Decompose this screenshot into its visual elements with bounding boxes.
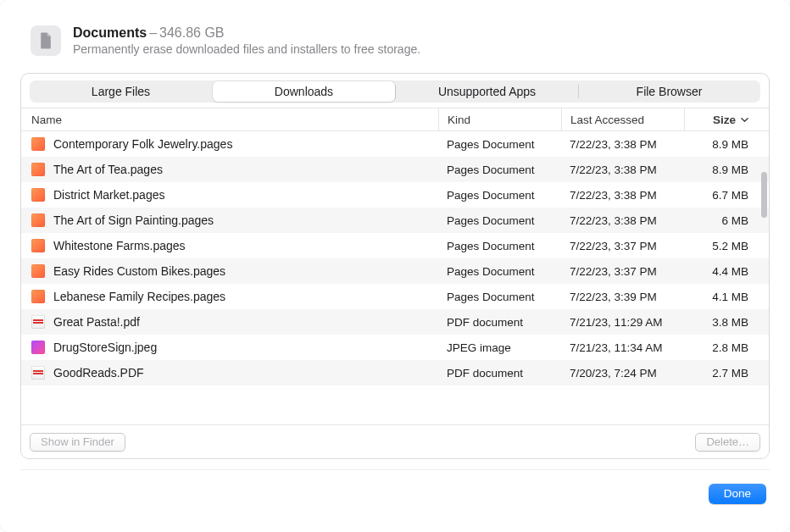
cell-size: 4.4 MB [684,265,769,278]
file-name: GoodReads.PDF [53,366,144,380]
delete-button[interactable]: Delete… [695,433,760,452]
cell-kind: Pages Document [438,240,561,252]
file-icon [31,163,45,176]
cell-size: 8.9 MB [684,163,769,176]
tab-label: Unsupported Apps [438,85,536,98]
column-header-name[interactable]: Name [21,108,438,130]
scrollbar-thumb[interactable] [761,172,767,218]
segmented-control: Large Files Downloads Unsupported Apps F… [30,80,760,103]
file-icon [31,213,45,227]
table-row[interactable]: Whitestone Farms.pagesPages Document7/22… [21,233,769,258]
file-name: Great Pasta!.pdf [53,315,140,329]
content-panel: Large Files Downloads Unsupported Apps F… [20,73,770,459]
cell-last-accessed: 7/22/23, 3:37 PM [561,240,684,252]
cell-size: 2.7 MB [684,367,769,380]
cell-last-accessed: 7/21/23, 11:29 AM [561,316,684,329]
file-name: DrugStoreSign.jpeg [53,341,157,354]
file-icon [31,315,45,329]
file-name: The Art of Tea.pages [53,163,163,176]
column-header-kind[interactable]: Kind [438,108,561,130]
table-row[interactable]: Easy Rides Custom Bikes.pagesPages Docum… [21,258,769,284]
cell-name: The Art of Tea.pages [21,163,438,176]
file-name: Lebanese Family Recipes.pages [53,290,225,303]
cell-name: Great Pasta!.pdf [21,315,438,329]
tab-large-files[interactable]: Large Files [30,80,212,103]
file-icon [31,290,45,303]
cell-kind: Pages Document [438,214,561,227]
cell-kind: Pages Document [438,265,561,278]
tab-label: Downloads [275,85,333,98]
cell-last-accessed: 7/20/23, 7:24 PM [561,367,684,380]
panel-footer: Show in Finder Delete… [21,424,769,458]
tab-downloads[interactable]: Downloads [213,81,395,102]
file-icon [31,264,45,278]
button-label: Show in Finder [41,435,114,448]
page-subtitle: Permanently erase downloaded files and i… [73,42,420,56]
cell-size: 6 MB [684,214,769,227]
table-row[interactable]: DrugStoreSign.jpegJPEG image7/21/23, 11:… [21,335,769,360]
cell-size: 6.7 MB [684,189,769,202]
tab-unsupported-apps[interactable]: Unsupported Apps [396,80,578,103]
table-row[interactable]: The Art of Sign Painting.pagesPages Docu… [21,208,769,233]
cell-kind: PDF document [438,367,561,380]
column-label: Size [713,114,736,126]
cell-name: Contemporary Folk Jewelry.pages [21,137,438,151]
file-list: Contemporary Folk Jewelry.pagesPages Doc… [21,131,769,424]
cell-size: 4.1 MB [684,291,769,303]
column-header-size[interactable]: Size [684,108,769,130]
cell-kind: PDF document [438,316,561,329]
file-icon [31,188,45,202]
documents-icon [31,25,61,56]
table-row[interactable]: Contemporary Folk Jewelry.pagesPages Doc… [21,131,769,157]
column-header-last-accessed[interactable]: Last Accessed [561,108,684,130]
cell-last-accessed: 7/22/23, 3:38 PM [561,214,684,227]
header: Documents–346.86 GB Permanently erase do… [20,15,770,73]
cell-kind: Pages Document [438,291,561,303]
table-row[interactable]: GoodReads.PDFPDF document7/20/23, 7:24 P… [21,360,769,385]
cell-kind: Pages Document [438,138,561,151]
cell-name: Easy Rides Custom Bikes.pages [21,264,438,278]
tab-label: Large Files [92,85,150,98]
chevron-down-icon [741,116,748,124]
file-icon [31,366,45,380]
cell-last-accessed: 7/22/23, 3:38 PM [561,138,684,151]
cell-last-accessed: 7/21/23, 11:34 AM [561,341,684,354]
done-button[interactable]: Done [709,484,766,504]
tab-file-browser[interactable]: File Browser [578,80,760,103]
show-in-finder-button[interactable]: Show in Finder [30,433,125,452]
file-icon [31,239,45,252]
cell-name: Whitestone Farms.pages [21,239,438,252]
column-label: Kind [448,114,470,126]
tab-label: File Browser [637,85,703,98]
cell-name: GoodReads.PDF [21,366,438,380]
title-line: Documents–346.86 GB [73,25,420,41]
table-row[interactable]: The Art of Tea.pagesPages Document7/22/2… [21,157,769,182]
cell-size: 3.8 MB [684,316,769,329]
file-icon [31,341,45,354]
column-label: Last Accessed [570,114,644,126]
file-name: District Market.pages [53,188,164,202]
cell-name: Lebanese Family Recipes.pages [21,290,438,303]
table-row[interactable]: Great Pasta!.pdfPDF document7/21/23, 11:… [21,309,769,335]
column-label: Name [31,114,62,126]
title-separator: – [147,25,159,40]
file-name: The Art of Sign Painting.pages [53,213,214,227]
cell-name: DrugStoreSign.jpeg [21,341,438,354]
cell-size: 8.9 MB [684,138,769,151]
storage-documents-window: Documents–346.86 GB Permanently erase do… [0,0,790,532]
file-name: Easy Rides Custom Bikes.pages [53,264,225,278]
column-headers: Name Kind Last Accessed Size [21,108,769,131]
file-name: Whitestone Farms.pages [53,239,186,252]
cell-last-accessed: 7/22/23, 3:38 PM [561,163,684,176]
cell-size: 5.2 MB [684,240,769,252]
cell-size: 2.8 MB [684,341,769,354]
cell-name: District Market.pages [21,188,438,202]
file-icon [31,137,45,151]
table-row[interactable]: District Market.pagesPages Document7/22/… [21,182,769,208]
storage-size: 346.86 GB [159,25,225,40]
cell-name: The Art of Sign Painting.pages [21,213,438,227]
page-title: Documents [73,25,147,40]
table-row[interactable]: Lebanese Family Recipes.pagesPages Docum… [21,284,769,309]
window-footer: Done [20,469,770,517]
cell-last-accessed: 7/22/23, 3:37 PM [561,265,684,278]
